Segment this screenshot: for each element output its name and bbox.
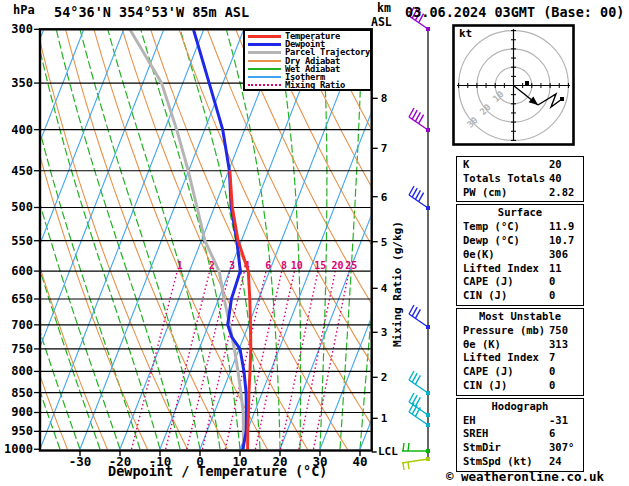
legend-swatch-line: [248, 35, 281, 38]
table-row: PW (cm)2.82: [457, 186, 583, 200]
pressure-tick-label: 300: [11, 22, 33, 36]
km-tick-label: 7: [381, 142, 388, 155]
temp-tick-label: -30: [69, 454, 92, 469]
lcl-label: LCL: [378, 445, 398, 458]
table-row: Dewp (°C)10.7: [457, 234, 583, 248]
table-row-value: 40: [549, 172, 562, 186]
hodograph-unit-label: kt: [459, 27, 472, 40]
table-row: CIN (J)0: [457, 289, 583, 303]
x-axis-label: Dewpoint / Temperature (°C): [108, 463, 327, 479]
table-row: EH-31: [457, 414, 583, 428]
wind-barb-base-marker: [426, 413, 430, 417]
table-row-value: 7: [549, 351, 555, 365]
mixing-ratio-value-label: 20: [331, 260, 343, 271]
mixing-ratio-value-label: 6: [265, 260, 271, 271]
legend-label: Mixing Ratio: [285, 81, 345, 89]
wind-barb-base-marker: [426, 423, 430, 427]
table-row: CAPE (J)0: [457, 275, 583, 289]
table-row: Totals Totals40: [457, 172, 583, 186]
table-row-value: 10.7: [549, 234, 574, 248]
panel-header: Most Unstable: [457, 310, 583, 324]
mixing-ratio-value-label: 10: [291, 260, 303, 271]
table-row-value: 307°: [549, 441, 574, 455]
table-row-value: 0: [549, 379, 555, 393]
pressure-axis-unit: hPa: [13, 3, 35, 17]
table-row-label: StmDir: [463, 441, 501, 453]
table-row-value: 2.82: [549, 186, 574, 200]
pressure-tick-label: 700: [11, 318, 33, 332]
table-row-value: 11: [549, 262, 562, 276]
wind-barb-feather: [408, 443, 409, 451]
table-row-label: θe(K): [463, 248, 495, 260]
hodograph-point-marker: [525, 81, 529, 85]
temp-tick-label: 40: [352, 454, 367, 469]
altitude-axis-unit-asl: ASL: [371, 15, 392, 29]
table-row-label: SREH: [463, 427, 488, 439]
legend-swatch-line: [248, 60, 281, 62]
wind-barb-feather: [408, 462, 409, 469]
indices-panel: HodographEH-31SREH6StmDir307°StmSpd (kt)…: [456, 398, 584, 472]
table-row-value: 11.9: [549, 220, 574, 234]
mixing-ratio-value-label: 15: [314, 260, 326, 271]
legend-swatch-line: [248, 51, 281, 54]
table-row-label: Temp (°C): [463, 220, 520, 232]
km-tick-label: 6: [381, 191, 388, 204]
altitude-axis-unit-km: km: [377, 1, 391, 15]
wind-barb-feather: [403, 463, 404, 470]
wind-barb-base-marker: [426, 27, 430, 31]
wind-barb-feather: [403, 443, 404, 451]
table-row: StmDir307°: [457, 441, 583, 455]
table-row-value: 24: [549, 455, 562, 469]
pressure-tick-label: 550: [11, 234, 33, 248]
km-tick-label: 2: [381, 371, 388, 384]
table-row-label: Pressure (mb): [463, 324, 545, 336]
pressure-tick-label: 750: [11, 342, 33, 356]
legend-swatch-dotted: [248, 84, 281, 86]
panel-header: Hodograph: [457, 400, 583, 414]
table-row: SREH6: [457, 427, 583, 441]
indices-panel: SurfaceTemp (°C)11.9Dewp (°C)10.7θe(K)30…: [456, 204, 584, 306]
table-row-value: 0: [549, 275, 555, 289]
page-title: 54°36'N 354°53'W 85m ASL: [54, 4, 249, 20]
table-row: StmSpd (kt)24: [457, 455, 583, 469]
table-row: Lifted Index11: [457, 262, 583, 276]
table-row: Lifted Index7: [457, 351, 583, 365]
wind-barb-base-marker: [426, 128, 430, 132]
wind-barb-base-marker: [426, 325, 430, 329]
table-row-value: -31: [549, 414, 568, 428]
table-row-value: 0: [549, 365, 555, 379]
table-row: K20: [457, 158, 583, 172]
pressure-tick-label: 850: [11, 386, 33, 400]
pressure-tick-label: 450: [11, 164, 33, 178]
pressure-tick-label: 800: [11, 364, 33, 378]
copyright: © weatheronline.co.uk: [446, 469, 604, 484]
legend-swatch-line: [248, 68, 281, 70]
table-row-label: PW (cm): [463, 186, 507, 198]
panel-header: Surface: [457, 206, 583, 220]
km-tick-label: 4: [381, 282, 388, 295]
pressure-tick-label: 500: [11, 200, 33, 214]
table-row-value: 313: [549, 338, 568, 352]
skewt-chart-svg: 1234681015202530035040045050055060065070…: [0, 0, 450, 486]
hodograph-svg: 102030: [452, 24, 575, 146]
table-row: CIN (J)0: [457, 379, 583, 393]
table-row-label: StmSpd (kt): [463, 455, 533, 467]
pressure-tick-label: 350: [11, 76, 33, 90]
mixing-ratio-value-label: 8: [281, 260, 287, 271]
table-row-value: 750: [549, 324, 568, 338]
pressure-tick-label: 1000: [4, 442, 33, 456]
km-tick-label: 8: [381, 92, 388, 105]
indices-panels: K20Totals Totals40PW (cm)2.82SurfaceTemp…: [456, 156, 584, 474]
sounding-page: 1234681015202530035040045050055060065070…: [0, 0, 629, 486]
legend-swatch-line: [248, 43, 281, 46]
table-row-label: CAPE (J): [463, 275, 514, 287]
table-row-label: EH: [463, 414, 476, 426]
table-row-value: 306: [549, 248, 568, 262]
hodograph-point-marker: [560, 97, 564, 101]
wind-barb-base-marker: [426, 206, 430, 210]
pressure-tick-label: 400: [11, 123, 33, 137]
table-row-label: CIN (J): [463, 289, 507, 301]
pressure-tick-label: 950: [11, 424, 33, 438]
table-row-value: 20: [549, 158, 562, 172]
wind-barb-base-marker: [426, 457, 430, 461]
